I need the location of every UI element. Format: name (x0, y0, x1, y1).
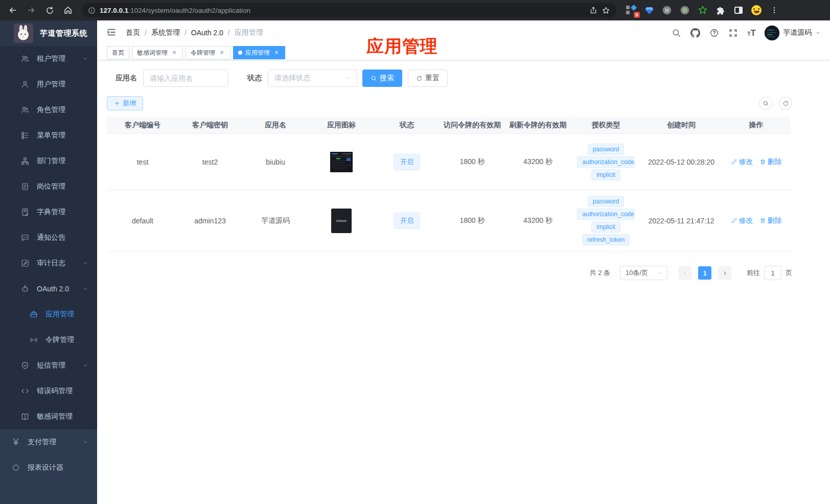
gem-extension-icon[interactable] (643, 5, 655, 16)
fullscreen-icon[interactable] (728, 28, 739, 38)
tab-group-extension-icon[interactable]: 9 (626, 5, 637, 16)
sidebar-item-sms[interactable]: 短信管理 (0, 353, 97, 378)
sidebar-item-role[interactable]: 角色管理 (0, 97, 97, 123)
grant-type-tag: implicit (591, 169, 620, 180)
star-extension-icon[interactable] (697, 5, 708, 16)
tab-home[interactable]: 首页 (107, 46, 129, 59)
app-logo[interactable]: 芋道管理系统 (0, 20, 97, 46)
extension-badge: 9 (634, 12, 640, 18)
header-actions: TT 芋道源码 (672, 26, 821, 40)
page-size-select[interactable]: 10条/页 (620, 266, 667, 280)
svg-text:⌘: ⌘ (664, 8, 670, 13)
sidebar-bottom-group: ¥ 支付管理 报表设计器 (0, 429, 97, 504)
browser-reload-icon[interactable] (42, 3, 57, 18)
sidebar-item-oauth2[interactable]: OAuth 2.0 (0, 276, 97, 302)
sidebar-item-tenant[interactable]: 租户管理 (0, 46, 97, 72)
status-badge: 开启 (394, 154, 420, 170)
search-icon (763, 100, 769, 107)
sidebar-item-post[interactable]: 岗位管理 (0, 174, 97, 199)
status-select[interactable]: 请选择状态 (268, 70, 357, 87)
next-page-button[interactable] (718, 266, 731, 280)
app-name-input[interactable] (143, 70, 228, 87)
app-icon-image: GitHub (331, 209, 352, 233)
user-menu[interactable]: 芋道源码 (765, 26, 821, 40)
id-badge-icon (20, 182, 30, 191)
current-page-button[interactable]: 1 (698, 266, 711, 280)
chevron-down-icon (345, 75, 352, 81)
delete-button[interactable]: 删除 (759, 157, 782, 167)
extension-row: 9 ⌘ (622, 5, 783, 16)
search-icon[interactable] (672, 28, 682, 38)
record-extension-icon[interactable] (679, 5, 690, 16)
bookmark-star-icon[interactable] (602, 6, 610, 15)
edit-button[interactable]: 修改 (731, 157, 753, 167)
users-icon (20, 105, 30, 114)
collapse-sidebar-icon[interactable] (106, 27, 118, 38)
sidebar-item-audit-log[interactable]: 审计日志 (0, 250, 97, 276)
refresh-icon (416, 75, 423, 82)
edit-button[interactable]: 修改 (731, 216, 753, 225)
grant-type-tag: implicit (591, 221, 620, 233)
close-icon[interactable]: × (171, 49, 178, 56)
add-button[interactable]: 新增 (107, 96, 143, 110)
browser-back-icon[interactable] (5, 3, 20, 18)
trash-icon (759, 217, 766, 224)
chevron-down-icon (82, 362, 88, 369)
dictionary-icon (20, 208, 30, 217)
github-icon[interactable] (690, 28, 701, 38)
refresh-icon (782, 100, 789, 107)
close-icon[interactable]: × (273, 49, 280, 56)
sidebar-item-menu[interactable]: 菜单管理 (0, 123, 97, 148)
breadcrumb-home[interactable]: 首页 (126, 28, 140, 37)
share-icon[interactable] (589, 6, 597, 14)
command-extension-icon[interactable]: ⌘ (661, 5, 673, 16)
toggle-search-button[interactable] (759, 97, 772, 110)
robot-icon (20, 284, 30, 293)
extensions-puzzle-icon[interactable] (715, 5, 726, 16)
refresh-table-button[interactable] (779, 97, 792, 110)
breadcrumb-oauth2[interactable]: OAuth 2.0 (191, 29, 223, 37)
font-size-icon[interactable]: TT (747, 29, 756, 37)
sidebar-item-payment[interactable]: ¥ 支付管理 (0, 429, 97, 455)
sitemap-icon (20, 156, 30, 166)
sidebar-item-sensitive-words[interactable]: 敏感词管理 (0, 404, 97, 429)
sidebar-item-dict[interactable]: 字典管理 (0, 199, 97, 225)
sidebar-item-dept[interactable]: 部门管理 (0, 148, 97, 174)
breadcrumb-current: 应用管理 (235, 28, 263, 37)
profile-avatar-icon[interactable] (751, 5, 762, 16)
sidebar-item-oauth2-token[interactable]: 令牌管理 (0, 327, 97, 353)
close-icon[interactable]: × (218, 49, 225, 56)
prev-page-button[interactable] (678, 266, 691, 280)
tab-application[interactable]: 应用管理× (233, 46, 285, 59)
url-bar[interactable]: 127.0.0.1:1024/system/oauth2/oauth2/appl… (82, 3, 616, 17)
tab-token[interactable]: 令牌管理× (186, 46, 230, 59)
plus-icon (114, 100, 120, 106)
site-info-icon[interactable] (88, 7, 96, 14)
reset-button[interactable]: 重置 (408, 70, 448, 87)
applications-table: 客户端编号 客户端密钥 应用名 应用图标 状态 访问令牌的有效期 刷新令牌的有效… (107, 117, 790, 251)
user-icon (20, 80, 30, 89)
shield-check-icon (20, 361, 30, 370)
browser-menu-icon[interactable] (769, 5, 780, 16)
sidebar-item-report-designer[interactable]: 报表设计器 (0, 455, 97, 480)
delete-button[interactable]: 删除 (759, 216, 782, 225)
browser-home-icon[interactable] (60, 3, 76, 18)
search-button[interactable]: 搜索 (362, 70, 402, 87)
help-icon[interactable] (709, 28, 720, 38)
sidebar-item-oauth2-application[interactable]: 应用管理 (0, 302, 97, 327)
sidebar-item-notice[interactable]: 通知公告 (0, 225, 97, 250)
chevron-down-icon (82, 56, 88, 62)
sidebar-item-error-code[interactable]: 错误码管理 (0, 378, 97, 404)
status-badge: 开启 (394, 213, 420, 229)
tree-list-icon (20, 131, 30, 140)
side-panel-icon[interactable] (733, 5, 744, 16)
sidebar-item-user[interactable]: 用户管理 (0, 72, 97, 97)
chevron-down-icon (82, 260, 88, 266)
signal-icon (29, 335, 38, 345)
browser-forward-icon[interactable] (24, 3, 39, 18)
goto-page-input[interactable] (764, 266, 781, 280)
tab-sensitive-words[interactable]: 敏感词管理× (132, 46, 183, 59)
users-icon (20, 54, 30, 63)
tags-view-bar: 首页 敏感词管理× 令牌管理× 应用管理× (97, 45, 830, 60)
breadcrumb-system[interactable]: 系统管理 (151, 28, 180, 37)
